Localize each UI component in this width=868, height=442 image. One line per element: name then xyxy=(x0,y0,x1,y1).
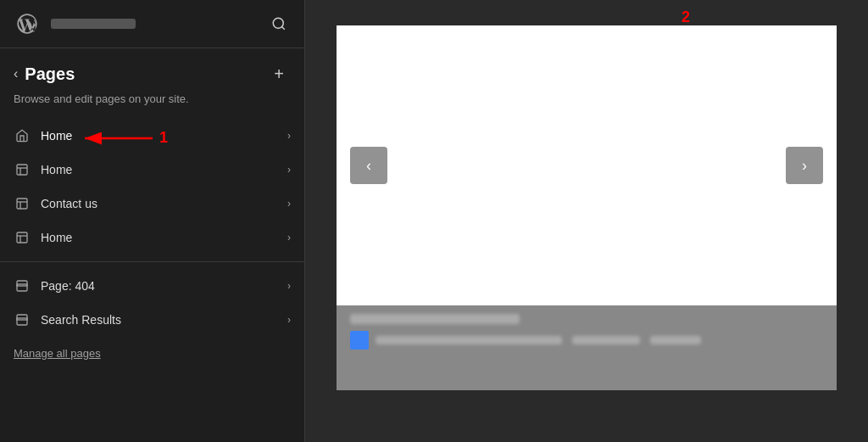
page-item-search-results[interactable]: Search Results › xyxy=(0,303,304,337)
sidebar: ‹ Pages + Browse and edit pages on your … xyxy=(0,0,305,442)
pages-panel-header: ‹ Pages + xyxy=(0,48,304,92)
layout-icon-404 xyxy=(14,277,31,294)
svg-rect-5 xyxy=(17,199,27,209)
svg-rect-8 xyxy=(17,232,27,243)
pages-title: Pages xyxy=(25,64,267,84)
search-icon xyxy=(271,16,287,31)
preview-bottom-content xyxy=(337,305,837,358)
blurred-text-2 xyxy=(376,336,562,344)
wordpress-logo xyxy=(14,10,41,37)
back-button[interactable]: ‹ xyxy=(14,66,18,81)
chevron-right-icon: › xyxy=(287,130,291,142)
layout-icon-search xyxy=(14,311,31,328)
chevron-right-icon-2: › xyxy=(287,164,291,176)
blurred-text-4 xyxy=(650,336,701,344)
page-item-home-1[interactable]: Home › xyxy=(0,119,304,153)
chevron-right-icon-3: › xyxy=(287,198,291,210)
add-page-button[interactable]: + xyxy=(267,62,291,86)
page-item-home-2[interactable]: Home › xyxy=(0,153,304,187)
sidebar-header xyxy=(0,0,304,48)
main-content: 2 ‹ › xyxy=(305,0,868,442)
chevron-right-icon-4: › xyxy=(287,232,291,243)
page-icon-home3 xyxy=(14,229,31,246)
page-item-contact-us[interactable]: Contact us › xyxy=(0,187,304,221)
page-label-home-2: Home xyxy=(41,163,277,176)
pages-list: Home › Home › Contact us › xyxy=(0,119,304,442)
pages-subtitle: Browse and edit pages on your site. xyxy=(0,92,304,119)
carousel-next-button[interactable]: › xyxy=(786,147,823,184)
chevron-right-icon-6: › xyxy=(287,314,291,326)
page-item-home-3[interactable]: Home › xyxy=(0,221,304,255)
blurred-text-1 xyxy=(350,314,520,324)
divider-1 xyxy=(0,261,304,262)
blurred-text-3 xyxy=(572,336,640,344)
chevron-right-icon-5: › xyxy=(287,280,291,292)
page-icon-contact xyxy=(14,195,31,212)
wp-logo-icon xyxy=(15,12,39,36)
svg-rect-14 xyxy=(17,318,27,320)
page-item-404[interactable]: Page: 404 › xyxy=(0,269,304,303)
page-label-home-3: Home xyxy=(41,231,277,244)
manage-all-pages-link[interactable]: Manage all pages xyxy=(0,337,304,370)
page-label-404: Page: 404 xyxy=(41,279,277,293)
blurred-row xyxy=(350,331,823,350)
page-label-contact-us: Contact us xyxy=(41,197,277,210)
blue-indicator xyxy=(350,331,369,350)
page-label-home-1: Home xyxy=(41,129,277,143)
home-icon xyxy=(14,127,31,144)
svg-point-0 xyxy=(273,18,283,28)
page-icon xyxy=(14,161,31,178)
svg-rect-2 xyxy=(17,165,27,175)
page-label-search-results: Search Results xyxy=(41,313,277,327)
annotation-label-2: 2 xyxy=(682,8,690,25)
site-name-block xyxy=(51,19,257,29)
preview-bottom xyxy=(337,305,837,390)
preview-frame: ‹ › xyxy=(337,25,837,305)
carousel-prev-button[interactable]: ‹ xyxy=(350,147,387,184)
svg-rect-12 xyxy=(17,284,27,286)
site-name xyxy=(51,19,136,29)
svg-line-1 xyxy=(281,26,284,29)
search-button[interactable] xyxy=(267,12,291,36)
